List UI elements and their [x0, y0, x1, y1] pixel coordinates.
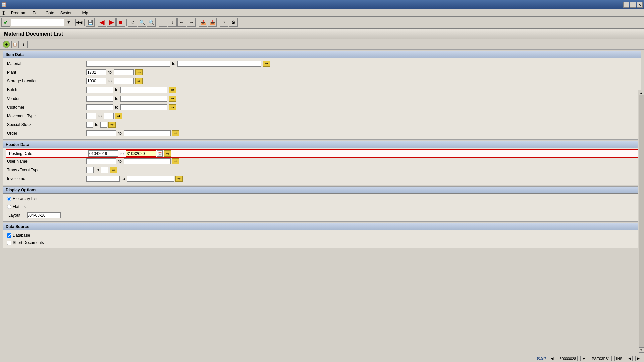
maximize-button[interactable]: □ — [630, 2, 636, 8]
green-check-button[interactable]: ✔ — [1, 18, 10, 27]
special-stock-row: Special Stock to ⇒ — [6, 121, 638, 129]
save-button[interactable]: 💾 — [86, 18, 95, 27]
separator-4 — [126, 19, 127, 26]
separator-7 — [218, 19, 218, 26]
vendor-to-input[interactable] — [120, 96, 167, 102]
menu-goto[interactable]: Goto — [43, 10, 57, 16]
order-from-input[interactable] — [86, 130, 116, 136]
movement-type-arrow-button[interactable]: ⇒ — [115, 113, 122, 119]
invoice-no-label: Invoice no — [6, 176, 86, 181]
order-arrow-button[interactable]: ⇒ — [172, 130, 179, 136]
calendar-button[interactable]: 📅 — [157, 150, 163, 157]
copy-button[interactable]: 📋 — [11, 41, 19, 48]
main-content: Item Data Material to ⇒ Plant to ⇒ Stora… — [0, 50, 644, 360]
scroll-down-button[interactable]: ▼ — [639, 347, 644, 353]
vendor-from-input[interactable] — [86, 96, 113, 102]
find-button-2[interactable]: 🔍 — [147, 18, 156, 27]
batch-from-input[interactable] — [86, 87, 113, 93]
short-documents-checkbox[interactable] — [7, 241, 11, 245]
settings-button[interactable]: ⚙ — [229, 18, 238, 27]
material-row: Material to ⇒ — [6, 60, 638, 68]
customer-arrow-button[interactable]: ⇒ — [169, 104, 176, 110]
nav-right-button-status[interactable]: ▶ — [635, 356, 641, 361]
nav-left-button-status[interactable]: ◀ — [627, 356, 633, 361]
plant-from-input[interactable] — [86, 69, 106, 75]
upload-button[interactable]: 📤 — [199, 18, 207, 27]
vendor-arrow-button[interactable]: ⇒ — [169, 96, 176, 102]
download-button[interactable]: 📥 — [208, 18, 217, 27]
invoice-no-arrow-button[interactable]: ⇒ — [175, 176, 183, 182]
database-checkbox[interactable] — [7, 233, 11, 238]
special-stock-to-label: to — [95, 122, 98, 127]
layout-input[interactable] — [27, 212, 61, 218]
header-data-body: Posting Date to 📅 ⇒ User Name to ⇒ Trans… — [3, 148, 641, 185]
menu-help[interactable]: Help — [77, 10, 91, 16]
title-bar: 🪟 — □ ✕ — [0, 0, 644, 9]
batch-arrow-button[interactable]: ⇒ — [169, 87, 176, 93]
nav-left-button[interactable]: ← — [177, 18, 186, 27]
stop-button[interactable]: ⏹ — [116, 18, 125, 27]
scroll-up-button[interactable]: ▲ — [639, 90, 644, 95]
trans-event-to-input[interactable] — [101, 167, 108, 173]
user-name-from-input[interactable] — [86, 158, 116, 164]
title-bar-buttons[interactable]: — □ ✕ — [623, 2, 643, 8]
dropdown-arrow[interactable]: ▼ — [65, 19, 72, 26]
plant-to-input[interactable] — [114, 69, 134, 75]
help-button[interactable]: ? — [220, 18, 228, 27]
movement-type-to-input[interactable] — [104, 113, 114, 119]
user-name-to-input[interactable] — [124, 158, 171, 164]
print-button[interactable]: 🖨 — [128, 18, 137, 27]
menu-edit[interactable]: Edit — [30, 10, 42, 16]
nav-down-button[interactable]: ↓ — [168, 18, 177, 27]
posting-date-from-input[interactable] — [88, 150, 118, 157]
material-arrow-button[interactable]: ⇒ — [263, 61, 270, 67]
trans-event-arrow-button[interactable]: ⇒ — [110, 167, 117, 173]
nav-back-button[interactable]: ◀ — [98, 18, 106, 27]
vendor-to-label: to — [115, 96, 118, 101]
program-id: PSE03FB1 — [590, 356, 611, 361]
special-stock-label: Special Stock — [6, 122, 86, 127]
minimize-button[interactable]: — — [623, 2, 629, 8]
customer-from-input[interactable] — [86, 104, 113, 110]
user-name-to-label: to — [118, 159, 122, 164]
trans-event-from-input[interactable] — [86, 167, 94, 173]
menu-system[interactable]: System — [58, 10, 76, 16]
batch-to-input[interactable] — [120, 87, 167, 93]
customer-to-input[interactable] — [120, 104, 167, 110]
invoice-no-from-input[interactable] — [86, 176, 120, 182]
hierarchy-list-radio[interactable] — [7, 197, 11, 201]
storage-location-to-input[interactable] — [114, 78, 134, 84]
special-stock-from-input[interactable] — [86, 122, 93, 128]
info-button[interactable]: ℹ — [20, 41, 28, 48]
invoice-no-to-input[interactable] — [127, 176, 174, 182]
order-to-input[interactable] — [124, 130, 171, 136]
item-data-section: Item Data Material to ⇒ Plant to ⇒ Stora… — [3, 51, 641, 140]
nav-right-button[interactable]: → — [187, 18, 196, 27]
movement-type-from-input[interactable] — [86, 113, 96, 119]
nav-back-back[interactable]: ◀◀ — [75, 19, 83, 26]
command-input[interactable] — [11, 19, 64, 26]
execute-button[interactable]: ⊙ — [3, 41, 10, 48]
posting-date-arrow-button[interactable]: ⇒ — [164, 150, 171, 157]
special-stock-to-input[interactable] — [100, 122, 107, 128]
session-dropdown[interactable]: ▼ — [580, 356, 587, 361]
sub-toolbar: ⊙ 📋 ℹ — [0, 39, 644, 50]
material-from-input[interactable] — [86, 61, 170, 67]
nav-forward-button[interactable]: ▶ — [107, 18, 116, 27]
flat-list-radio[interactable] — [7, 205, 11, 209]
nav-left-status[interactable]: ◀ — [549, 356, 555, 361]
user-name-arrow-button[interactable]: ⇒ — [172, 158, 179, 164]
nav-up-button[interactable]: ↑ — [159, 18, 167, 27]
movement-type-row: Movement Type to ⇒ — [6, 112, 638, 120]
storage-location-from-input[interactable] — [86, 78, 106, 84]
right-scrollbar[interactable]: ▲ ▼ — [638, 90, 644, 353]
plant-arrow-button[interactable]: ⇒ — [135, 69, 143, 75]
close-button[interactable]: ✕ — [637, 2, 643, 8]
material-to-input[interactable] — [177, 61, 261, 67]
special-stock-arrow-button[interactable]: ⇒ — [108, 122, 116, 128]
menu-program[interactable]: Program — [8, 10, 29, 16]
material-to-label: to — [172, 61, 175, 66]
posting-date-to-input[interactable] — [126, 150, 156, 157]
storage-location-arrow-button[interactable]: ⇒ — [135, 78, 143, 84]
find-button-1[interactable]: 🔍 — [138, 18, 146, 27]
